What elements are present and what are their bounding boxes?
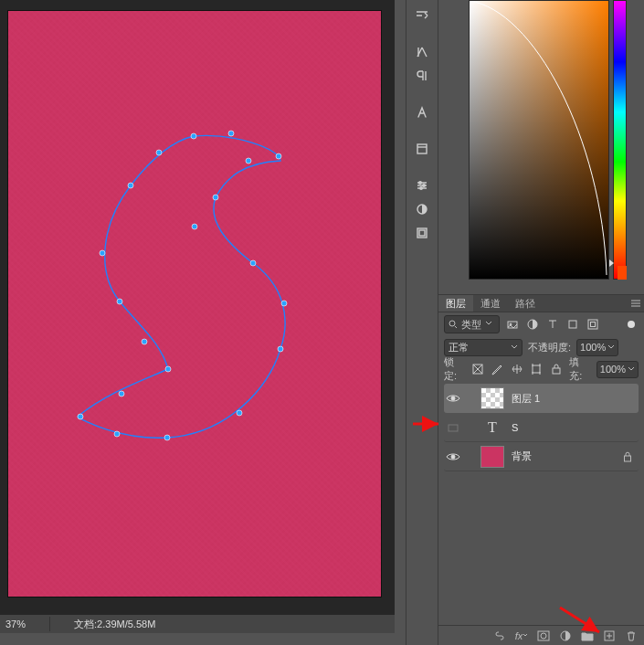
lock-transparency-icon[interactable] [471, 362, 484, 376]
layer-thumbnail[interactable] [480, 387, 504, 409]
lock-icon [622, 451, 633, 462]
svg-point-16 [117, 299, 122, 304]
svg-point-18 [128, 183, 133, 188]
artboard[interactable] [7, 10, 382, 597]
vertical-scrollbar[interactable] [395, 0, 406, 633]
lock-artboard-icon[interactable] [530, 362, 543, 376]
svg-point-19 [156, 150, 162, 155]
lock-label: 锁定: [444, 355, 465, 383]
layer-kind-label: 类型 [461, 318, 481, 332]
svg-point-11 [114, 431, 120, 437]
filter-adjust-icon[interactable] [525, 317, 540, 332]
lock-pixels-icon[interactable] [491, 362, 503, 376]
layer-filter-row: 类型 [438, 312, 644, 336]
color-field[interactable] [469, 0, 609, 280]
visibility-toggle[interactable] [446, 391, 460, 406]
filter-smart-icon[interactable] [586, 317, 600, 332]
type-layer-icon: T [480, 417, 504, 439]
svg-rect-36 [533, 365, 540, 373]
visibility-toggle[interactable] [446, 420, 460, 435]
layer-item[interactable]: 背景 [444, 442, 639, 471]
zoom-level[interactable]: 37% [5, 619, 26, 629]
adjustments-icon[interactable] [410, 175, 434, 196]
visibility-toggle[interactable] [446, 449, 460, 464]
svg-point-38 [451, 397, 455, 400]
panel-menu-icon[interactable] [628, 295, 644, 312]
svg-point-8 [278, 346, 283, 352]
svg-point-17 [100, 250, 105, 256]
layer-mask-icon[interactable] [536, 629, 551, 643]
hue-slider[interactable] [613, 0, 627, 280]
tab-layers[interactable]: 图层 [438, 295, 473, 312]
filter-shape-icon[interactable] [565, 317, 580, 332]
filter-toggle-icon[interactable] [624, 317, 639, 332]
tab-paths[interactable]: 路径 [508, 295, 543, 312]
color-marker-curve [470, 1, 610, 280]
hue-slider-handle[interactable] [609, 259, 614, 267]
lock-position-icon[interactable] [511, 362, 523, 376]
status-divider [49, 617, 50, 631]
layer-item[interactable]: T S [444, 413, 639, 442]
search-icon [449, 320, 458, 329]
app-root: { "status": { "zoom": "37%", "doc": "文档:… [0, 0, 644, 645]
canvas-stage[interactable] [0, 0, 395, 615]
brush-icon[interactable] [410, 199, 434, 219]
layer-kind-dropdown[interactable]: 类型 [444, 315, 500, 333]
align-icon[interactable] [410, 42, 434, 62]
svg-rect-26 [419, 230, 425, 236]
libraries-icon[interactable] [410, 223, 434, 243]
svg-point-7 [281, 301, 287, 306]
chevron-down-icon [628, 365, 635, 373]
svg-point-12 [78, 414, 83, 419]
filter-pixel-icon[interactable] [505, 317, 520, 332]
blend-mode-dropdown[interactable]: 正常 [444, 339, 523, 356]
glyphs-icon[interactable] [410, 102, 434, 122]
svg-point-0 [191, 133, 196, 139]
tab-channels[interactable]: 通道 [473, 295, 508, 312]
filter-type-icon[interactable] [545, 317, 560, 332]
right-toolbar [406, 0, 438, 645]
layer-name[interactable]: 背景 [512, 449, 532, 463]
svg-point-15 [142, 339, 147, 344]
chevron-down-icon [485, 320, 494, 329]
properties-icon[interactable] [410, 139, 434, 159]
panel-tabs: 图层 通道 路径 [438, 294, 644, 312]
svg-point-9 [237, 410, 242, 416]
vector-path-s[interactable] [8, 11, 383, 598]
layer-name[interactable]: S [512, 422, 518, 433]
svg-point-14 [165, 366, 171, 372]
adjustment-layer-icon[interactable] [558, 629, 573, 643]
fill-input[interactable]: 100% [596, 361, 639, 378]
svg-point-43 [541, 633, 546, 639]
delete-layer-icon[interactable] [624, 629, 639, 643]
current-color-swatch[interactable] [618, 266, 627, 280]
svg-point-23 [420, 187, 423, 190]
fill-value: 100% [600, 364, 626, 375]
blend-mode-value: 正常 [449, 341, 469, 354]
color-panel [438, 0, 644, 281]
svg-point-21 [419, 182, 422, 185]
paragraph-direction-icon[interactable] [410, 66, 434, 86]
blend-mode-row: 正常 不透明度: 100% [438, 336, 644, 358]
layers-panel: 图层 通道 路径 类型 [438, 281, 644, 645]
status-bar: 37% 文档:2.39M/5.58M [0, 615, 395, 633]
lock-all-icon[interactable] [550, 362, 563, 376]
svg-point-22 [423, 185, 426, 187]
document-size: 文档:2.39M/5.58M [74, 618, 155, 631]
link-layers-icon[interactable] [492, 629, 507, 643]
layer-thumbnail[interactable] [480, 446, 504, 468]
opacity-input[interactable]: 100% [576, 339, 618, 356]
panel-options-icon[interactable] [410, 5, 434, 26]
layer-name[interactable]: 图层 1 [512, 392, 540, 406]
layer-group-icon[interactable] [580, 629, 595, 643]
chevron-down-icon [607, 344, 615, 351]
opacity-label: 不透明度: [528, 341, 571, 354]
layer-style-icon[interactable]: fx [514, 629, 529, 643]
new-layer-icon[interactable] [602, 629, 617, 643]
svg-rect-31 [569, 321, 576, 328]
svg-point-6 [250, 260, 256, 266]
right-column: 图层 通道 路径 类型 [438, 0, 644, 645]
svg-rect-37 [553, 368, 560, 374]
svg-rect-41 [625, 456, 631, 461]
layer-item[interactable]: 图层 1 [444, 384, 639, 413]
